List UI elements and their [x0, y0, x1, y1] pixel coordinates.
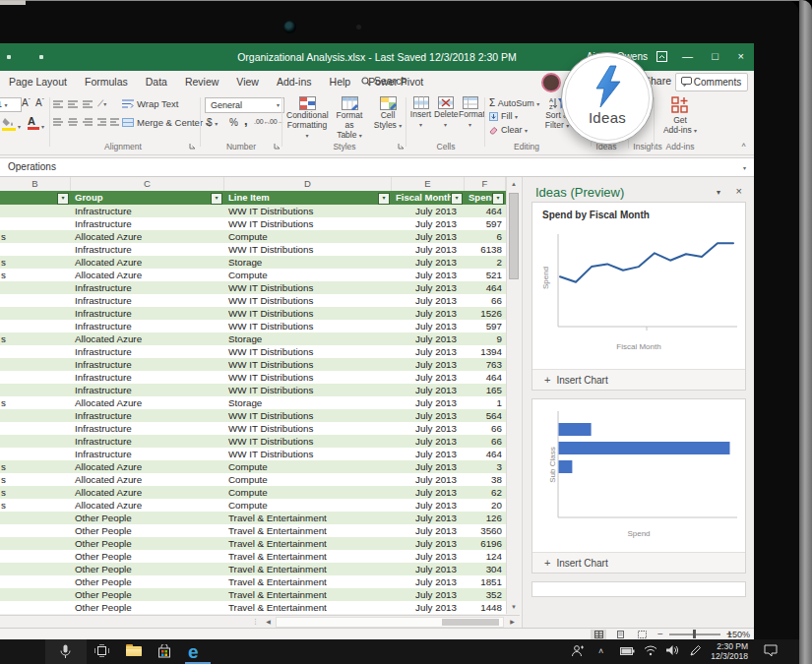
cell[interactable]: WW IT Distributions — [224, 422, 392, 435]
cell[interactable]: July 2013 — [392, 550, 465, 563]
conditional-formatting-button[interactable]: ConditionalFormatting ▾ — [286, 96, 328, 141]
alignment-dialog-launcher-icon[interactable] — [189, 143, 196, 150]
cell[interactable] — [0, 358, 71, 371]
table-row[interactable]: Other PeopleTravel & EntertainmentJuly 2… — [0, 550, 506, 563]
action-center-icon[interactable] — [764, 644, 778, 657]
cell[interactable] — [0, 448, 71, 460]
ideas-callout[interactable]: Ideas — [561, 52, 654, 145]
cell[interactable]: WW IT Distributions — [224, 448, 392, 460]
cell[interactable]: WW IT Distributions — [224, 217, 392, 230]
cell[interactable]: July 2013 — [392, 256, 465, 269]
zoom-slider-thumb[interactable] — [693, 630, 696, 638]
cell[interactable]: 564 — [465, 409, 506, 422]
cell[interactable]: July 2013 — [392, 205, 465, 217]
cell[interactable]: July 2013 — [392, 243, 465, 256]
horizontal-scrollbar[interactable]: ⋮ ◀ ▶ — [0, 615, 520, 629]
cell[interactable] — [0, 371, 71, 384]
cell[interactable]: 6 — [465, 230, 506, 243]
pane-split-handle[interactable]: ⋮ — [252, 618, 259, 626]
horizontal-align-icons[interactable] — [53, 118, 93, 127]
cell[interactable]: 464 — [465, 205, 506, 217]
header-spend[interactable]: Spend▾ — [465, 191, 506, 205]
cell[interactable]: July 2013 — [392, 294, 465, 307]
speaker-icon[interactable] — [665, 644, 679, 656]
table-row[interactable]: sAllocated AzureComputeJuly 2013521 — [0, 269, 506, 281]
fill-color-caret[interactable]: ▾ — [18, 123, 21, 130]
cell[interactable] — [0, 205, 71, 217]
cell[interactable]: Other People — [71, 537, 224, 550]
people-icon[interactable] — [571, 644, 584, 657]
shrink-font-button[interactable]: Aˇ — [35, 97, 44, 108]
table-row[interactable]: InfrastructureWW IT DistributionsJuly 20… — [0, 217, 506, 230]
cell[interactable]: WW IT Distributions — [224, 281, 392, 294]
vertical-align-icons[interactable] — [53, 100, 93, 109]
cell[interactable]: Infrastructure — [71, 409, 224, 422]
cell[interactable]: Infrastructure — [71, 448, 224, 460]
number-format-select[interactable]: General▾ — [205, 97, 284, 113]
filter-icon[interactable]: ▾ — [451, 193, 463, 205]
cell[interactable]: Compute — [224, 269, 392, 281]
cell[interactable]: Other People — [71, 601, 224, 614]
cell[interactable]: Compute — [224, 460, 392, 473]
normal-view-button[interactable] — [591, 630, 606, 639]
cell[interactable]: Compute — [224, 230, 392, 243]
table-row[interactable]: InfrastructureWW IT DistributionsJuly 20… — [0, 281, 506, 294]
formula-bar-expand-icon[interactable]: ▾ — [743, 164, 746, 171]
task-view-icon[interactable] — [94, 644, 109, 657]
cell[interactable]: 2 — [465, 256, 506, 269]
cell[interactable]: 6138 — [465, 243, 506, 256]
grow-font-button[interactable]: Aˆ — [22, 97, 31, 108]
cell[interactable]: Allocated Azure — [71, 499, 224, 512]
accounting-format-button[interactable]: $ ▾ — [207, 117, 218, 128]
cell[interactable]: July 2013 — [392, 524, 465, 537]
header-b[interactable]: ▾ — [0, 191, 71, 205]
cell[interactable]: Allocated Azure — [71, 256, 224, 269]
cell[interactable]: Infrastructure — [71, 307, 224, 320]
number-dialog-launcher-icon[interactable] — [274, 143, 281, 150]
cell[interactable]: July 2013 — [392, 486, 465, 499]
cell[interactable]: Other People — [71, 575, 224, 588]
table-row[interactable]: InfrastructureWW IT DistributionsJuly 20… — [0, 384, 506, 396]
cell[interactable]: July 2013 — [392, 371, 465, 384]
orientation-button[interactable]: ⟋▾ — [97, 98, 106, 109]
cell[interactable]: WW IT Distributions — [224, 294, 392, 307]
cell[interactable]: Infrastructure — [71, 243, 224, 256]
filter-icon[interactable]: ▾ — [211, 193, 222, 205]
table-row[interactable]: sAllocated AzureStorageJuly 20131 — [0, 396, 506, 409]
cell[interactable]: 66 — [465, 294, 506, 307]
cell[interactable]: s — [0, 460, 71, 473]
cell[interactable]: July 2013 — [392, 563, 465, 575]
table-row[interactable]: InfrastructureWW IT DistributionsJuly 20… — [0, 371, 506, 384]
file-explorer-icon[interactable] — [126, 644, 142, 656]
close-button[interactable]: × — [738, 50, 744, 63]
cell[interactable]: 304 — [465, 563, 506, 575]
cell[interactable]: 464 — [465, 371, 506, 384]
cell[interactable] — [0, 307, 71, 320]
table-row[interactable]: Other PeopleTravel & EntertainmentJuly 2… — [0, 537, 506, 550]
table-row[interactable]: sAllocated AzureComputeJuly 201362 — [0, 486, 506, 499]
cell[interactable]: Other People — [71, 563, 224, 575]
table-row[interactable]: InfrastructureWW IT DistributionsJuly 20… — [0, 307, 506, 320]
table-row[interactable]: InfrastructureWW IT DistributionsJuly 20… — [0, 345, 506, 358]
table-row[interactable]: sAllocated AzureStorageJuly 20139 — [0, 332, 506, 345]
cell[interactable]: 521 — [465, 269, 506, 281]
column-letter-F[interactable]: F — [465, 177, 506, 191]
cell[interactable]: 126 — [465, 512, 506, 524]
tab-add-ins[interactable]: Add-ins — [268, 71, 321, 93]
cell[interactable]: Travel & Entertainment — [224, 588, 392, 601]
cell[interactable]: Travel & Entertainment — [224, 563, 392, 575]
wifi-icon[interactable] — [644, 644, 657, 656]
cell[interactable]: Travel & Entertainment — [224, 550, 392, 563]
table-row[interactable]: InfrastructureWW IT DistributionsJuly 20… — [0, 409, 506, 422]
cell[interactable]: 3 — [465, 460, 506, 473]
cell[interactable]: Compute — [224, 486, 392, 499]
cell[interactable]: Other People — [71, 524, 224, 537]
vertical-scroll-thumb[interactable] — [509, 193, 519, 279]
table-row[interactable]: Other PeopleTravel & EntertainmentJuly 2… — [0, 512, 506, 524]
cell[interactable]: Allocated Azure — [71, 460, 224, 473]
cell[interactable]: July 2013 — [392, 473, 465, 486]
cell[interactable]: WW IT Distributions — [224, 358, 392, 371]
edge-icon[interactable]: e — [188, 641, 199, 663]
cell[interactable]: July 2013 — [392, 409, 465, 422]
table-row[interactable]: InfrastructureWW IT DistributionsJuly 20… — [0, 320, 506, 332]
